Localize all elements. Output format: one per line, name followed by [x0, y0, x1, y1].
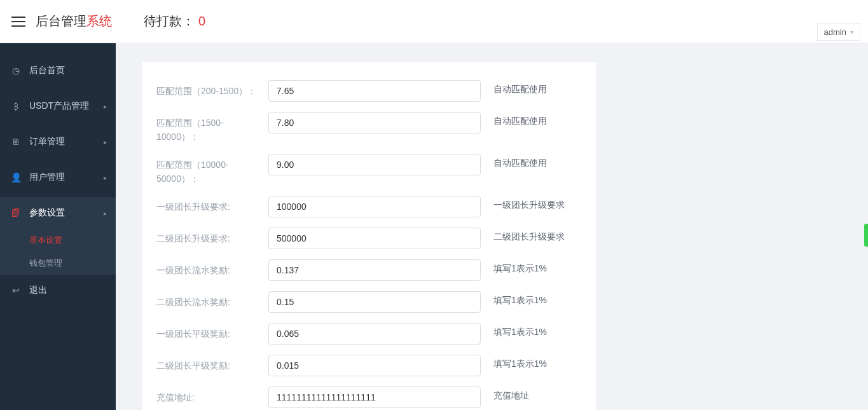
field-input-3[interactable]	[268, 196, 481, 217]
chevron-right-icon: ▸	[104, 139, 107, 146]
sidebar-item-label: 后台首页	[29, 65, 65, 76]
chevron-right-icon: ▸	[104, 103, 107, 110]
sidebar-item-label: 用户管理	[29, 172, 65, 183]
sidebar-item-label: 退出	[29, 285, 47, 296]
sidebar-sub-item-0[interactable]: 基本设置	[0, 229, 116, 252]
pending-value: 0	[198, 14, 205, 29]
chevron-down-icon: ▾	[850, 29, 853, 36]
field-help: 填写1表示1%	[481, 323, 582, 338]
field-help: 填写1表示1%	[481, 355, 582, 370]
form-row: 匹配范围（200-1500）：自动匹配使用	[156, 80, 582, 102]
sidebar-item-label: 订单管理	[29, 136, 65, 147]
orders-icon: 🗎	[10, 137, 22, 147]
field-input-5[interactable]	[268, 259, 481, 281]
sidebar-item-2[interactable]: 🗎订单管理▸	[0, 126, 116, 158]
field-input-2[interactable]	[268, 154, 481, 175]
field-help: 自动匹配使用	[481, 80, 582, 95]
field-label: 一级团长升级要求:	[156, 196, 268, 214]
field-label: 一级团长流水奖励:	[156, 259, 268, 277]
brand-black: 后台管理	[36, 14, 86, 28]
sidebar-item-1[interactable]: ₿USDT产品管理▸	[0, 90, 116, 122]
bitcoin-icon: ₿	[10, 101, 22, 111]
form-row: 二级团长流水奖励:填写1表示1%	[156, 291, 582, 313]
logout-icon: ↩	[10, 285, 22, 296]
form-row: 一级团长升级要求:一级团长升级要求	[156, 196, 582, 217]
top-bar: 后台管理系统 待打款： 0 admin ▾	[0, 0, 868, 43]
settings-panel: 匹配范围（200-1500）：自动匹配使用匹配范围（1500-10000）：自动…	[142, 62, 596, 410]
form-row: 匹配范围（1500-10000）：自动匹配使用	[156, 112, 582, 144]
sidebar-sub-item-1[interactable]: 钱包管理	[0, 252, 116, 275]
sidebar-item-5[interactable]: ↩退出	[0, 275, 116, 306]
form-row: 一级团长流水奖励:填写1表示1%	[156, 259, 582, 281]
field-label: 二级团长流水奖励:	[156, 291, 268, 309]
content-area: 匹配范围（200-1500）：自动匹配使用匹配范围（1500-10000）：自动…	[116, 43, 868, 410]
field-help: 自动匹配使用	[481, 154, 582, 169]
form-row: 二级团长升级要求:二级团长升级要求	[156, 228, 582, 249]
field-help: 二级团长升级要求	[481, 228, 582, 243]
dashboard-icon: ◷	[10, 65, 22, 76]
form-row: 充值地址:充值地址	[156, 386, 582, 408]
chevron-right-icon: ▸	[104, 174, 107, 181]
pending-payment: 待打款： 0	[144, 13, 205, 30]
settings-icon: 🗐	[10, 208, 22, 218]
field-label: 充值地址:	[156, 386, 268, 404]
field-label: 匹配范围（1500-10000）：	[156, 112, 268, 144]
scroll-indicator	[864, 224, 868, 247]
field-label: 二级团长平级奖励:	[156, 355, 268, 372]
field-input-0[interactable]	[268, 80, 481, 102]
brand-title: 后台管理系统	[36, 13, 112, 30]
field-label: 一级团长平级奖励:	[156, 323, 268, 341]
field-input-9[interactable]	[268, 386, 481, 408]
field-input-8[interactable]	[268, 355, 481, 376]
sidebar-item-0[interactable]: ◷后台首页	[0, 55, 116, 86]
form-row: 一级团长平级奖励:填写1表示1%	[156, 323, 582, 345]
field-label: 匹配范围（10000-50000）：	[156, 154, 268, 186]
sidebar-item-label: 参数设置	[29, 207, 65, 219]
user-label: admin	[824, 27, 846, 37]
field-input-6[interactable]	[268, 291, 481, 313]
field-input-1[interactable]	[268, 112, 481, 133]
sidebar-item-label: USDT产品管理	[29, 100, 89, 112]
form-row: 二级团长平级奖励:填写1表示1%	[156, 355, 582, 376]
field-help: 自动匹配使用	[481, 112, 582, 127]
field-label: 二级团长升级要求:	[156, 228, 268, 245]
field-input-7[interactable]	[268, 323, 481, 345]
field-help: 一级团长升级要求	[481, 196, 582, 211]
sidebar-item-3[interactable]: 👤用户管理▸	[0, 161, 116, 193]
user-icon: 👤	[10, 172, 22, 182]
sidebar: ◷后台首页₿USDT产品管理▸🗎订单管理▸👤用户管理▸🗐参数设置▸基本设置钱包管…	[0, 43, 116, 410]
hamburger-icon[interactable]	[11, 17, 25, 27]
field-help: 充值地址	[481, 386, 582, 402]
chevron-right-icon: ▸	[104, 210, 107, 217]
field-help: 填写1表示1%	[481, 291, 582, 306]
brand-red: 系统	[86, 14, 112, 28]
sidebar-item-4[interactable]: 🗐参数设置▸	[0, 197, 116, 229]
user-dropdown[interactable]: admin ▾	[817, 23, 860, 41]
form-row: 匹配范围（10000-50000）：自动匹配使用	[156, 154, 582, 186]
field-help: 填写1表示1%	[481, 259, 582, 275]
pending-label: 待打款：	[144, 13, 195, 30]
field-label: 匹配范围（200-1500）：	[156, 80, 268, 98]
field-input-4[interactable]	[268, 228, 481, 249]
